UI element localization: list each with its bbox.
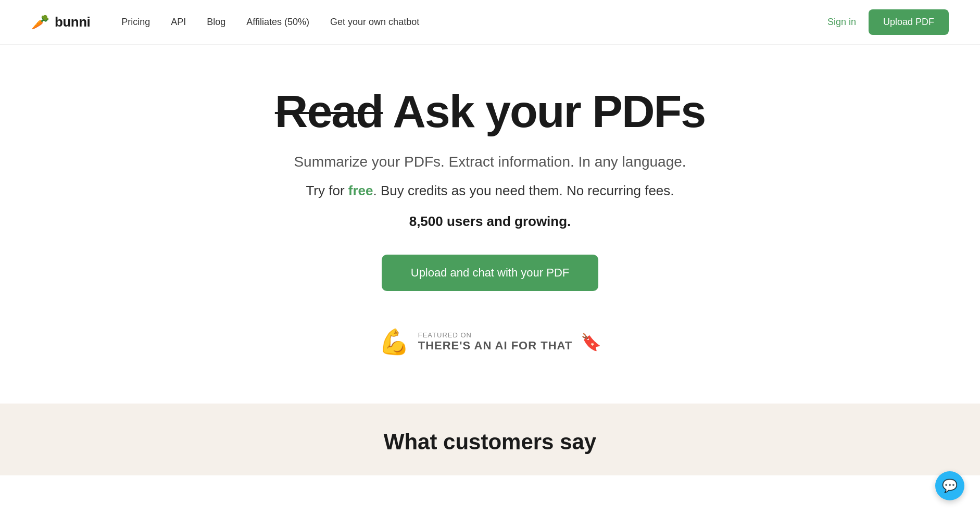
nav-link-api[interactable]: API [171,17,186,28]
nav-link-chatbot[interactable]: Get your own chatbot [330,17,419,28]
hero-users-count: 8,500 users and growing. [409,213,571,230]
customers-section: What customers say [0,404,980,475]
sign-in-link[interactable]: Sign in [827,17,856,28]
logo-icon: 🥕 [31,14,49,31]
navbar-left: 🥕 bunni Pricing API Blog Affiliates (50%… [31,14,419,31]
logo-link[interactable]: 🥕 bunni [31,14,90,31]
chat-icon: 💬 [942,479,958,493]
featured-brand-name: THERE'S AN AI FOR THAT [418,339,573,353]
hero-tagline: Try for free. Buy credits as you need th… [306,183,674,199]
hero-title: Read Ask your PDFs [275,86,705,137]
navbar-right: Sign in Upload PDF [827,9,949,35]
bookmark-icon: 🔖 [581,332,601,352]
hero-title-strikethrough: Read [275,85,383,137]
tagline-after: . Buy credits as you need them. No recur… [373,183,674,198]
featured-text: FEATURED ON THERE'S AN AI FOR THAT [418,331,573,353]
tagline-before: Try for [306,183,348,198]
navbar: 🥕 bunni Pricing API Blog Affiliates (50%… [0,0,980,45]
featured-badge: 💪 FEATURED ON THERE'S AN AI FOR THAT 🔖 [379,328,602,357]
featured-on-label: FEATURED ON [418,331,472,339]
hero-subtitle: Summarize your PDFs. Extract information… [294,154,686,170]
hero-section: Read Ask your PDFs Summarize your PDFs. … [0,45,980,404]
customers-section-title: What customers say [384,430,596,455]
nav-links: Pricing API Blog Affiliates (50%) Get yo… [121,17,419,28]
logo-text: bunni [55,14,90,30]
hero-cta-button[interactable]: Upload and chat with your PDF [382,255,599,291]
upload-pdf-nav-button[interactable]: Upload PDF [869,9,949,35]
tagline-free: free [348,183,373,198]
muscle-icon: 💪 [379,328,410,357]
nav-link-affiliates[interactable]: Affiliates (50%) [246,17,309,28]
hero-title-main: Ask your PDFs [383,85,705,137]
chat-bubble-button[interactable]: 💬 [935,471,964,500]
nav-link-blog[interactable]: Blog [207,17,225,28]
nav-link-pricing[interactable]: Pricing [121,17,150,28]
